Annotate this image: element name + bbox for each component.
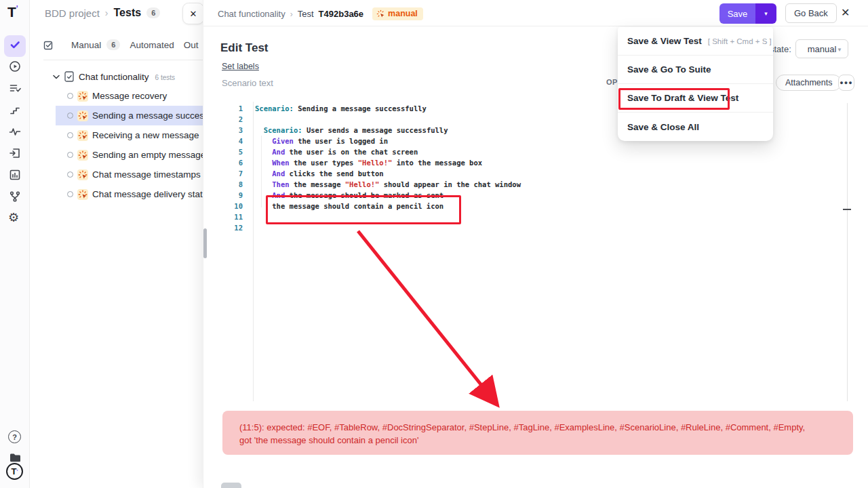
app-logo[interactable]: T' [7, 4, 18, 20]
test-id: T492b3a6e [319, 9, 364, 19]
tab-manual[interactable]: Manual 6 [71, 39, 120, 50]
test-tree-item[interactable]: Receiving a new message [0, 125, 203, 145]
line-number: 7 [224, 168, 243, 179]
save-options-caret-button[interactable]: ▾ [755, 3, 776, 24]
save-button[interactable]: Save [719, 3, 755, 24]
attachments-button[interactable]: Attachments [776, 75, 842, 91]
test-tree: Message recovery Sending a message succe… [0, 86, 203, 204]
more-options-button[interactable]: ●●● [838, 75, 854, 91]
suite-test-count: 6 tests [155, 74, 175, 81]
scenario-text-label: Scenario text [222, 78, 273, 88]
state-select[interactable]: manual ▼ [795, 39, 848, 58]
user-avatar[interactable]: T' [6, 463, 23, 480]
rail-item-tests[interactable] [4, 35, 26, 57]
test-plans-list-check-icon[interactable] [9, 82, 21, 94]
suite-name[interactable]: Chat functionality [79, 72, 149, 82]
error-line-2: got 'the message should contain a pencil… [239, 434, 836, 447]
page-title: Edit Test [220, 41, 269, 55]
bottom-partial-button[interactable] [221, 483, 241, 488]
test-title: Message recovery [92, 91, 167, 101]
go-back-button[interactable]: Go Back [785, 3, 837, 23]
code-line[interactable]: Scenario: User sends a message successfu… [255, 125, 448, 136]
folder-icon[interactable] [9, 451, 21, 464]
manual-test-icon [77, 110, 88, 121]
test-tree-item[interactable]: Sending a message succes [56, 106, 203, 125]
line-number: 3 [224, 125, 243, 136]
analytics-chart-icon[interactable] [9, 169, 21, 181]
manual-test-icon [77, 150, 88, 161]
breadcrumb-suite[interactable]: Chat functionality [218, 9, 285, 19]
test-title: Sending a message succes [92, 110, 204, 121]
ellipsis-icon: ●●● [840, 79, 852, 86]
manual-state-badge: manual [372, 7, 423, 20]
breadcrumb-tests[interactable]: Tests [114, 7, 142, 19]
test-status-circle-icon[interactable] [67, 191, 73, 197]
test-status-circle-icon[interactable] [67, 171, 73, 178]
breadcrumb-project[interactable]: BDD project [45, 7, 100, 19]
import-login-icon[interactable] [9, 147, 21, 159]
gutter-divider [253, 102, 254, 401]
tab-outdated[interactable]: Out [184, 40, 199, 50]
panel-close-button[interactable]: ✕ [182, 3, 204, 24]
test-tree-item[interactable]: Chat message delivery stat [0, 184, 203, 204]
breadcrumb-separator: › [290, 9, 293, 19]
line-number: 12 [224, 222, 243, 233]
keyboard-shortcut: [ Shift + Cmd + S ] [708, 37, 772, 45]
test-tree-item[interactable]: Chat message timestamps [0, 165, 203, 184]
line-number: 11 [224, 211, 243, 222]
tests-count-badge: 6 [146, 7, 160, 18]
menu-item[interactable]: Save & Go To Suite [618, 56, 773, 84]
test-breadcrumb: Chat functionality › Test T492b3a6e manu… [218, 7, 423, 20]
chevron-down-icon[interactable] [53, 75, 60, 79]
test-tree-item[interactable]: Sending an empty message [0, 145, 203, 165]
left-panel-scrollbar[interactable] [203, 228, 207, 258]
editor-close-icon[interactable]: ✕ [841, 6, 850, 19]
menu-item[interactable]: Save & Close All [618, 113, 773, 141]
breadcrumb-test-word: Test [298, 9, 314, 19]
manual-test-icon [77, 130, 88, 141]
test-status-circle-icon[interactable] [67, 152, 73, 158]
code-line[interactable]: And clicks the send button [255, 168, 384, 179]
editor-resize-handle[interactable] [843, 209, 851, 210]
test-title: Sending an empty message [92, 150, 205, 160]
branch-icon[interactable] [9, 190, 21, 203]
select-arrow-icon: ▼ [837, 47, 842, 53]
annotation-rect-code-line [266, 195, 461, 224]
line-number: 6 [224, 157, 243, 168]
code-line[interactable]: When the user types "Hello!" into the me… [255, 157, 482, 168]
gherkin-parse-error: (11:5): expected: #EOF, #TableRow, #DocS… [222, 411, 853, 455]
pulse-icon[interactable] [9, 125, 21, 138]
test-status-circle-icon[interactable] [67, 93, 73, 99]
line-number: 10 [224, 201, 243, 211]
divider [43, 60, 203, 60]
code-line[interactable]: Scenario: Sending a message successfully [255, 103, 427, 114]
line-number: 9 [224, 190, 243, 201]
code-line[interactable]: And the user is on the chat screen [255, 146, 418, 157]
test-status-circle-icon[interactable] [67, 132, 73, 138]
open-editor-label[interactable]: OP [606, 78, 618, 86]
help-icon[interactable]: ? [8, 430, 21, 443]
close-icon: ✕ [190, 9, 197, 19]
settings-gear-icon[interactable]: ⚙ [8, 211, 19, 224]
line-number: 5 [224, 146, 243, 157]
steps-icon[interactable] [9, 104, 21, 116]
test-title: Chat message timestamps [92, 169, 201, 180]
code-line[interactable]: Then the message "Hello!" should appear … [255, 179, 521, 190]
icon-rail: T' ⚙ ? T' [0, 0, 30, 488]
test-title: Chat message delivery stat [92, 189, 203, 199]
set-labels-link[interactable]: Set labels [222, 62, 259, 71]
suite-tree-item[interactable]: Chat functionality 6 tests [53, 69, 175, 84]
tab-automated[interactable]: Automated [130, 40, 174, 50]
annotation-rect-menu-item [618, 88, 730, 110]
save-options-menu: Save & View Test [ Shift + Cmd + S ] Sav… [618, 27, 773, 141]
test-status-circle-icon[interactable] [67, 113, 73, 119]
manual-test-icon [77, 91, 88, 102]
code-line[interactable]: Given the user is logged in [255, 136, 388, 146]
suite-file-icon [64, 71, 74, 82]
checklist-icon[interactable] [43, 40, 54, 50]
breadcrumb-separator: › [105, 7, 108, 18]
line-number: 2 [224, 114, 243, 125]
runs-play-icon[interactable] [9, 60, 21, 73]
test-tree-item[interactable]: Message recovery [0, 86, 203, 106]
menu-item[interactable]: Save & View Test [ Shift + Cmd + S ] [618, 27, 773, 56]
